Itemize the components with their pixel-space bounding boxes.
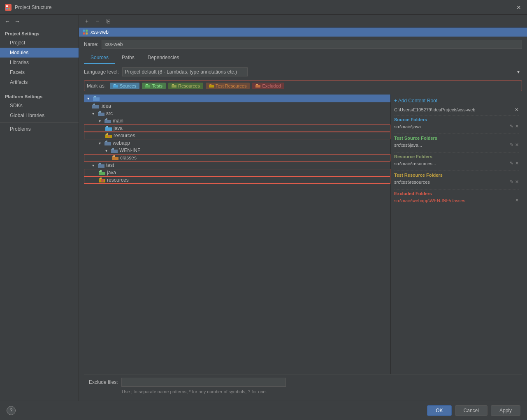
test-resource-folders-title: Test Resource Folders bbox=[394, 173, 519, 178]
wen-inf-folder-icon bbox=[111, 148, 118, 153]
remove-module-button[interactable]: − bbox=[93, 16, 102, 25]
src-folder-icon bbox=[98, 111, 104, 116]
idea-folder-icon bbox=[92, 104, 99, 109]
nav-forward-button[interactable]: → bbox=[13, 17, 21, 25]
content-toolbar: + − ⎘ bbox=[79, 15, 527, 28]
add-module-button[interactable]: + bbox=[82, 16, 91, 25]
titlebar: Project Structure ✕ bbox=[0, 0, 527, 15]
tree-root-item[interactable]: ▾ bbox=[84, 95, 390, 102]
tree-item-webapp[interactable]: ▾ webapp bbox=[84, 139, 390, 147]
test-resources-label: resources bbox=[107, 177, 129, 183]
tree-item-src[interactable]: ▾ src bbox=[84, 110, 390, 117]
test-source-folders-section: Test Source Folders src\test\java... ✎ ✕ bbox=[394, 136, 519, 148]
sidebar-nav: ← → bbox=[0, 15, 79, 28]
excluded-folder-actions: ✕ bbox=[515, 198, 519, 203]
sidebar-item-global-libraries[interactable]: Global Libraries bbox=[0, 111, 79, 120]
mark-as-row: Mark as: Sources Tests bbox=[84, 81, 522, 91]
content-area: + − ⎘ xss-web Name: bbox=[79, 15, 527, 401]
edit-test-resource-folder-button[interactable]: ✎ bbox=[510, 179, 513, 185]
mark-tests-button[interactable]: Tests bbox=[142, 83, 166, 89]
tree-item-test[interactable]: ▾ test bbox=[84, 162, 390, 169]
sidebar-item-project[interactable]: Project bbox=[0, 38, 79, 48]
sidebar-item-facets[interactable]: Facets bbox=[0, 67, 79, 77]
tree-item-test-resources[interactable]: resources bbox=[84, 176, 390, 184]
cancel-button[interactable]: Cancel bbox=[455, 405, 488, 416]
remove-excluded-folder-button[interactable]: ✕ bbox=[515, 198, 519, 203]
section-divider-2 bbox=[394, 134, 519, 134]
remove-source-folder-button[interactable]: ✕ bbox=[515, 124, 519, 129]
sources-folder-icon bbox=[113, 84, 118, 88]
copy-module-button[interactable]: ⎘ bbox=[104, 16, 113, 25]
mark-as-label: Mark as: bbox=[87, 83, 106, 89]
ok-button[interactable]: OK bbox=[427, 405, 451, 416]
edit-test-source-folder-button[interactable]: ✎ bbox=[510, 142, 513, 148]
section-divider-5 bbox=[394, 189, 519, 189]
remove-test-resource-folder-button[interactable]: ✕ bbox=[515, 179, 519, 185]
svg-rect-8 bbox=[108, 135, 110, 137]
exclude-files-row: Exclude files: bbox=[89, 378, 517, 387]
language-level-select[interactable]: Project default (8 - Lambdas, type annot… bbox=[122, 67, 248, 76]
tree-item-test-java[interactable]: java bbox=[84, 169, 390, 176]
tree-item-classes[interactable]: classes bbox=[84, 154, 390, 162]
module-list-item[interactable]: xss-web bbox=[79, 28, 527, 37]
main-toggle: ▾ bbox=[99, 119, 103, 123]
help-button[interactable]: ? bbox=[7, 406, 16, 415]
test-resources-folder-icon bbox=[209, 84, 214, 88]
mark-test-resources-button[interactable]: Test Resources bbox=[206, 83, 250, 89]
tree-item-resources[interactable]: resources bbox=[84, 132, 390, 139]
remove-test-source-folder-button[interactable]: ✕ bbox=[515, 142, 519, 148]
excluded-folder-path: src\main\webapp\WEN-INF\classes bbox=[394, 198, 515, 203]
name-input[interactable] bbox=[102, 40, 522, 49]
test-toggle: ▾ bbox=[92, 163, 96, 168]
remove-content-root-button[interactable]: ✕ bbox=[515, 107, 519, 113]
sidebar-divider bbox=[0, 89, 79, 89]
edit-source-folder-button[interactable]: ✎ bbox=[510, 124, 513, 129]
edit-resource-folder-button[interactable]: ✎ bbox=[510, 161, 513, 166]
content-root-path: C:\Users\E105279\IdeaProjects\xss-web bbox=[394, 107, 475, 112]
tab-dependencies[interactable]: Dependencies bbox=[141, 52, 186, 64]
close-button[interactable]: ✕ bbox=[515, 4, 522, 11]
apply-button[interactable]: Apply bbox=[491, 405, 520, 416]
source-folder-path: src\main\java bbox=[394, 124, 510, 129]
project-settings-label: Project Settings bbox=[0, 28, 79, 38]
sidebar-item-sdks[interactable]: SDKs bbox=[0, 101, 79, 111]
svg-rect-2 bbox=[6, 8, 8, 9]
section-divider-3 bbox=[394, 152, 519, 152]
java-label: java bbox=[114, 125, 123, 131]
excluded-folders-title: Excluded Folders bbox=[394, 191, 519, 196]
mark-sources-button[interactable]: Sources bbox=[110, 83, 139, 89]
sidebar-item-artifacts[interactable]: Artifacts bbox=[0, 77, 79, 87]
language-level-select-wrapper: Project default (8 - Lambdas, type annot… bbox=[122, 67, 522, 76]
tree-item-main[interactable]: ▾ main bbox=[84, 117, 390, 125]
test-folder-icon bbox=[98, 163, 104, 168]
source-folder-entry: src\main\java ✎ ✕ bbox=[394, 123, 519, 129]
mark-excluded-button[interactable]: Excluded bbox=[252, 83, 284, 89]
svg-rect-5 bbox=[86, 30, 88, 32]
mark-resources-button[interactable]: Resources bbox=[168, 83, 203, 89]
sidebar-item-modules[interactable]: Modules bbox=[0, 48, 79, 58]
resource-folder-entry: src\main\resources... ✎ ✕ bbox=[394, 160, 519, 166]
src-toggle: ▾ bbox=[92, 111, 96, 116]
tab-paths[interactable]: Paths bbox=[115, 52, 141, 64]
tabs: Sources Paths Dependencies bbox=[84, 52, 522, 64]
remove-resource-folder-button[interactable]: ✕ bbox=[515, 161, 519, 166]
add-content-root-button[interactable]: + Add Content Root bbox=[394, 98, 519, 104]
platform-settings-label: Platform Settings bbox=[0, 91, 79, 101]
svg-rect-0 bbox=[6, 5, 8, 7]
content-root-header: C:\Users\E105279\IdeaProjects\xss-web ✕ bbox=[394, 107, 519, 113]
test-java-label: java bbox=[107, 170, 116, 175]
tree-item-wen-inf[interactable]: ▾ WEN-INF bbox=[84, 147, 390, 154]
tab-sources[interactable]: Sources bbox=[84, 52, 115, 64]
tree-item-java[interactable]: java bbox=[84, 125, 390, 132]
split-area: ▾ .idea bbox=[84, 95, 522, 374]
svg-rect-7 bbox=[86, 32, 88, 35]
nav-back-button[interactable]: ← bbox=[3, 17, 12, 25]
resources-folder-icon-tree bbox=[105, 133, 112, 138]
idea-label: .idea bbox=[100, 103, 111, 109]
footer: ? OK Cancel Apply bbox=[0, 401, 527, 420]
sidebar-item-problems[interactable]: Problems bbox=[0, 124, 79, 134]
sidebar-item-libraries[interactable]: Libraries bbox=[0, 58, 79, 67]
source-folders-section: Source Folders src\main\java ✎ ✕ bbox=[394, 117, 519, 129]
exclude-files-input[interactable] bbox=[121, 378, 286, 387]
tree-item-idea[interactable]: .idea bbox=[84, 102, 390, 110]
